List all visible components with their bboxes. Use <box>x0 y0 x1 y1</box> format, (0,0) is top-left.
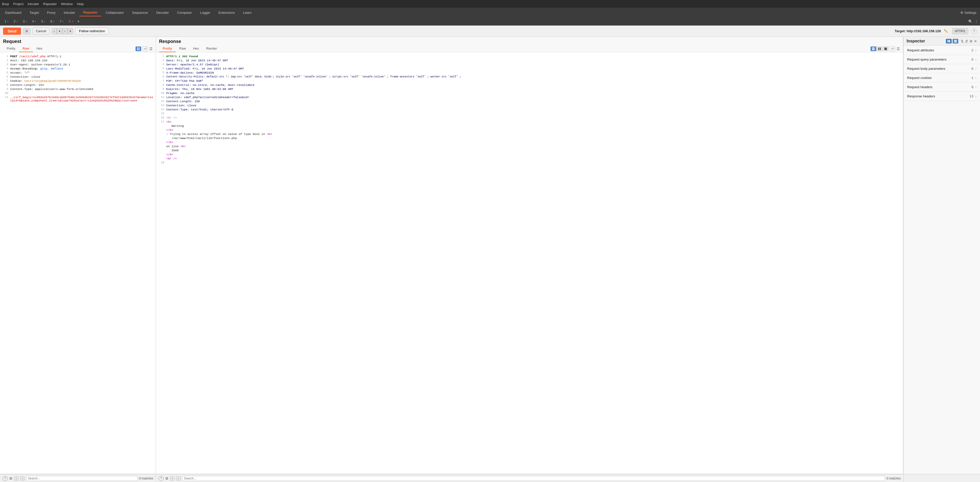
response-search-next[interactable]: › <box>176 476 181 481</box>
chevron-down-icon-4: › <box>975 76 977 80</box>
tab-logger[interactable]: Logger <box>196 9 214 16</box>
http-version-badge[interactable]: HTTP/1 <box>952 28 968 34</box>
toolbar: Send ⚙ Cancel ‹ ▾ › ▾ Follow redirection… <box>0 25 980 37</box>
tab-extensions[interactable]: Extensions <box>215 9 239 16</box>
tab-sequencer[interactable]: Sequencer <box>128 9 152 16</box>
inspector-view-toggle-2[interactable] <box>953 39 958 43</box>
request-tab-hex[interactable]: Hex <box>33 45 46 52</box>
newline-icon[interactable]: ⏎ <box>143 46 148 51</box>
add-repeater-tab-button[interactable]: + <box>77 19 80 24</box>
view-icon-alt1[interactable] <box>877 46 882 51</box>
response-tab-raw[interactable]: Raw <box>176 45 189 52</box>
response-panel-header: Response Pretty Raw Hex Render <box>156 37 903 52</box>
inspector-label-response-headers: Response headers <box>907 94 970 98</box>
prev-down-button[interactable]: ▾ <box>57 28 62 34</box>
inspector-row-request-attributes[interactable]: Request attributes 2 › <box>904 46 980 55</box>
repeater-tab-2[interactable]: 2 × <box>11 19 21 24</box>
repeater-tab-7[interactable]: 7 × <box>57 19 66 24</box>
search-icon[interactable]: 🔍 <box>968 19 973 24</box>
inspector-panel: Inspector ⇅ ⇵ ⚙ ✕ Request attributes 2 › <box>903 37 980 474</box>
response-menu-icon[interactable]: ☰ <box>897 47 900 51</box>
next-request-button[interactable]: › <box>62 28 67 34</box>
edit-target-icon[interactable]: ✏️ <box>944 29 948 33</box>
response-settings-icon[interactable]: ⚙ <box>165 476 169 480</box>
request-search-next[interactable]: › <box>20 476 25 481</box>
repeater-tab-4[interactable]: 4 × <box>30 19 39 24</box>
inspector-row-request-headers[interactable]: Request headers 8 › <box>904 82 980 92</box>
menu-intruder[interactable]: Intruder <box>28 2 39 6</box>
request-code[interactable]: 1POST /cacti/vdef.php HTTP/1.1 2Host: 19… <box>0 54 156 103</box>
repeater-tab-3[interactable]: 3 × <box>21 19 30 24</box>
tab-decoder[interactable]: Decoder <box>152 9 173 16</box>
tab-proxy[interactable]: Proxy <box>43 9 60 16</box>
tab-learn[interactable]: Learn <box>239 9 256 16</box>
inspector-close-icon[interactable]: ✕ <box>974 40 977 43</box>
gear-icon: ⚙ <box>960 11 963 14</box>
prev-request-button[interactable]: ‹ <box>52 28 57 34</box>
response-search-prev[interactable]: ‹ <box>170 476 175 481</box>
repeater-tab-5[interactable]: 5 × <box>39 19 48 24</box>
svg-rect-4 <box>872 48 875 49</box>
inspector-header: Inspector ⇅ ⇵ ⚙ ✕ <box>904 37 980 46</box>
request-tab-raw[interactable]: Raw <box>19 45 33 52</box>
chevron-down-icon-5: › <box>975 86 977 89</box>
tab-target[interactable]: Target <box>25 9 43 16</box>
inspector-view-toggle-1[interactable] <box>946 39 951 43</box>
inspector-label-query-params: Request query parameters <box>907 57 972 61</box>
follow-redirection-button[interactable]: Follow redirection <box>75 28 109 35</box>
next-down-button[interactable]: ▾ <box>67 28 73 34</box>
response-search-input[interactable] <box>182 476 885 481</box>
view-icon-table[interactable] <box>135 46 141 51</box>
repeater-tab-1[interactable]: 1 × <box>2 19 11 24</box>
menu-repeater[interactable]: Repeater <box>43 2 57 6</box>
response-tab-render[interactable]: Render <box>202 45 221 52</box>
request-title: Request <box>3 39 153 44</box>
inspector-row-request-query-parameters[interactable]: Request query parameters 0 › <box>904 55 980 64</box>
inspector-row-request-cookies[interactable]: Request cookies 1 › <box>904 73 980 82</box>
inspector-settings-icon[interactable]: ⚙ <box>969 40 973 43</box>
request-menu-icon[interactable]: ☰ <box>150 47 153 51</box>
tab-dashboard[interactable]: Dashboard <box>1 9 25 16</box>
request-settings-icon[interactable]: ⚙ <box>9 476 13 480</box>
tab-intruder[interactable]: Intruder <box>60 9 79 16</box>
response-bottom-bar: ? ⚙ ‹ › 0 matches <box>156 474 903 482</box>
repeater-tab-8[interactable]: 8 × <box>66 19 76 24</box>
tab-collaborator[interactable]: Collaborator <box>102 9 128 16</box>
response-tab-pretty[interactable]: Pretty <box>159 45 176 52</box>
request-search-input[interactable] <box>26 476 137 481</box>
response-help-icon[interactable]: ? <box>159 476 164 481</box>
request-help-icon[interactable]: ? <box>3 476 8 481</box>
menu-window[interactable]: Window <box>61 2 73 6</box>
cancel-button[interactable]: Cancel <box>32 28 49 35</box>
inspector-row-response-headers[interactable]: Response headers 13 › <box>904 92 980 101</box>
inspector-count-cookies: 1 <box>972 76 974 80</box>
svg-rect-0 <box>137 48 138 49</box>
request-tab-pretty[interactable]: Pretty <box>3 45 19 52</box>
inspector-title: Inspector <box>907 39 945 43</box>
response-tools: ⏎ ☰ <box>870 46 900 51</box>
tab-repeater[interactable]: Repeater <box>79 9 102 16</box>
menu-help[interactable]: Help <box>77 2 84 6</box>
view-icon-alt2[interactable] <box>883 46 888 51</box>
newline-response-icon[interactable]: ⏎ <box>890 46 895 51</box>
more-options-icon[interactable]: ⋮ <box>975 19 978 23</box>
inspector-tool-1[interactable]: ⇅ <box>961 40 964 43</box>
send-button[interactable]: Send <box>3 28 21 35</box>
inspector-count-body-params: 6 <box>972 67 974 71</box>
help-button[interactable]: ? <box>971 29 977 34</box>
inspector-count-request-headers: 8 <box>972 85 974 89</box>
menu-burp[interactable]: Burp <box>2 2 9 6</box>
svg-rect-9 <box>948 40 948 43</box>
view-icon-split[interactable] <box>870 46 876 51</box>
inspector-tool-2[interactable]: ⇵ <box>965 40 968 43</box>
response-code[interactable]: 1HTTP/1.1 302 Found 2Date: Fri, 16 Jun 2… <box>156 54 903 166</box>
menu-project[interactable]: Project <box>13 2 23 6</box>
response-tab-hex[interactable]: Hex <box>189 45 202 52</box>
request-search-prev[interactable]: ‹ <box>14 476 19 481</box>
inspector-count-query-params: 0 <box>972 57 974 61</box>
repeater-tab-6[interactable]: 6 × <box>48 19 57 24</box>
inspector-row-request-body-parameters[interactable]: Request body parameters 6 › <box>904 64 980 73</box>
send-options-button[interactable]: ⚙ <box>23 28 30 34</box>
tab-comparer[interactable]: Comparer <box>173 9 196 16</box>
settings-button[interactable]: ⚙ Settings <box>958 10 979 16</box>
